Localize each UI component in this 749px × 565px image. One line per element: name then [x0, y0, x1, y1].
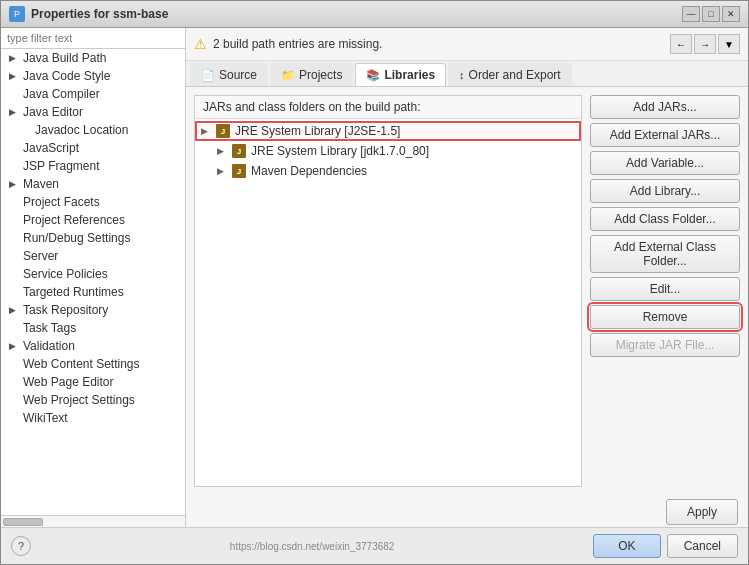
left-tree-item-0[interactable]: ▶Java Build Path	[1, 49, 185, 67]
apply-row: Apply	[186, 495, 748, 527]
jar-expand-arrow: ▶	[217, 166, 227, 176]
tab-label: Libraries	[384, 68, 435, 82]
tab-icon: 📄	[201, 69, 215, 82]
edit-button[interactable]: Edit...	[590, 277, 740, 301]
left-tree-item-14[interactable]: ▶Task Repository	[1, 301, 185, 319]
left-tree-item-17[interactable]: Web Content Settings	[1, 355, 185, 373]
tree-arrow: ▶	[9, 305, 19, 315]
left-tree-item-5[interactable]: JavaScript	[1, 139, 185, 157]
left-tree-item-7[interactable]: ▶Maven	[1, 175, 185, 193]
tree-item-label: Run/Debug Settings	[23, 231, 130, 245]
tree-item-label: Web Page Editor	[23, 375, 114, 389]
add-variable-button[interactable]: Add Variable...	[590, 151, 740, 175]
filter-input[interactable]	[1, 28, 185, 49]
lib-icon: J	[232, 164, 246, 178]
tree-item-label: Project Facets	[23, 195, 100, 209]
close-button[interactable]: ✕	[722, 6, 740, 22]
right-panel: ⚠ 2 build path entries are missing. ← → …	[186, 28, 748, 527]
tab-icon: 📁	[281, 69, 295, 82]
tab-order-and-export[interactable]: ↕Order and Export	[448, 63, 572, 86]
cancel-button[interactable]: Cancel	[667, 534, 738, 558]
left-tree-item-16[interactable]: ▶Validation	[1, 337, 185, 355]
tab-label: Source	[219, 68, 257, 82]
jars-header: JARs and class folders on the build path…	[195, 96, 581, 119]
left-tree-item-4[interactable]: Javadoc Location	[1, 121, 185, 139]
horizontal-scrollbar[interactable]	[1, 515, 185, 527]
left-tree-item-2[interactable]: Java Compiler	[1, 85, 185, 103]
nav-forward-button[interactable]: →	[694, 34, 716, 54]
left-tree-item-18[interactable]: Web Page Editor	[1, 373, 185, 391]
content-area: JARs and class folders on the build path…	[186, 87, 748, 495]
dialog-title: Properties for ssm-base	[31, 7, 168, 21]
tree-item-label: Task Tags	[23, 321, 76, 335]
tree-arrow: ▶	[9, 107, 19, 117]
left-panel: ▶Java Build Path▶Java Code StyleJava Com…	[1, 28, 186, 527]
jar-tree: ▶ J JRE System Library [J2SE-1.5] ▶ J JR…	[195, 119, 581, 486]
left-tree-item-3[interactable]: ▶Java Editor	[1, 103, 185, 121]
tree-item-label: Java Editor	[23, 105, 83, 119]
action-buttons: Add JARs...Add External JARs...Add Varia…	[590, 95, 740, 487]
tab-projects[interactable]: 📁Projects	[270, 63, 353, 86]
lib-icon: J	[216, 124, 230, 138]
apply-button[interactable]: Apply	[666, 499, 738, 525]
left-tree-item-10[interactable]: Run/Debug Settings	[1, 229, 185, 247]
jar-expand-arrow: ▶	[201, 126, 211, 136]
nav-buttons: ← → ▼	[670, 34, 740, 54]
add-external-jars-button[interactable]: Add External JARs...	[590, 123, 740, 147]
left-tree-item-13[interactable]: Targeted Runtimes	[1, 283, 185, 301]
tree-item-label: Task Repository	[23, 303, 108, 317]
left-tree-item-11[interactable]: Server	[1, 247, 185, 265]
minimize-button[interactable]: —	[682, 6, 700, 22]
jar-icon: J	[231, 163, 247, 179]
tree-arrow: ▶	[9, 179, 19, 189]
add-jars-button[interactable]: Add JARs...	[590, 95, 740, 119]
jar-expand-arrow: ▶	[217, 146, 227, 156]
tree-item-label: JSP Fragment	[23, 159, 99, 173]
add-external-class-folder-button[interactable]: Add External Class Folder...	[590, 235, 740, 273]
tree-arrow: ▶	[9, 71, 19, 81]
left-tree-item-19[interactable]: Web Project Settings	[1, 391, 185, 409]
nav-back-button[interactable]: ←	[670, 34, 692, 54]
warning-text: 2 build path entries are missing.	[213, 37, 382, 51]
jar-icon: J	[231, 143, 247, 159]
jar-item-0[interactable]: ▶ J JRE System Library [J2SE-1.5]	[195, 121, 581, 141]
ok-button[interactable]: OK	[593, 534, 660, 558]
title-bar: P Properties for ssm-base — □ ✕	[1, 1, 748, 28]
tab-icon: 📚	[366, 69, 380, 82]
migrate-jar-button: Migrate JAR File...	[590, 333, 740, 357]
left-tree-item-20[interactable]: WikiText	[1, 409, 185, 427]
tree-arrow: ▶	[9, 53, 19, 63]
h-scroll-thumb[interactable]	[3, 518, 43, 526]
jar-icon: J	[215, 123, 231, 139]
dialog-body: ▶Java Build Path▶Java Code StyleJava Com…	[1, 28, 748, 527]
tab-label: Projects	[299, 68, 342, 82]
tree-item-label: WikiText	[23, 411, 68, 425]
help-button[interactable]: ?	[11, 536, 31, 556]
left-tree-item-1[interactable]: ▶Java Code Style	[1, 67, 185, 85]
tree-item-label: Java Compiler	[23, 87, 100, 101]
add-library-button[interactable]: Add Library...	[590, 179, 740, 203]
tree-item-label: Web Project Settings	[23, 393, 135, 407]
left-tree-item-12[interactable]: Service Policies	[1, 265, 185, 283]
dialog-icon: P	[9, 6, 25, 22]
jar-item-2[interactable]: ▶ J Maven Dependencies	[195, 161, 581, 181]
tree-item-label: Targeted Runtimes	[23, 285, 124, 299]
tab-source[interactable]: 📄Source	[190, 63, 268, 86]
warning-icon: ⚠	[194, 36, 207, 52]
tab-libraries[interactable]: 📚Libraries	[355, 63, 446, 86]
left-tree-item-6[interactable]: JSP Fragment	[1, 157, 185, 175]
left-tree-item-9[interactable]: Project References	[1, 211, 185, 229]
remove-button[interactable]: Remove	[590, 305, 740, 329]
maximize-button[interactable]: □	[702, 6, 720, 22]
nav-dropdown-button[interactable]: ▼	[718, 34, 740, 54]
jar-label: JRE System Library [jdk1.7.0_80]	[251, 144, 429, 158]
tree-item-label: Javadoc Location	[35, 123, 128, 137]
tree-item-label: Java Build Path	[23, 51, 106, 65]
left-tree-item-8[interactable]: Project Facets	[1, 193, 185, 211]
tab-icon: ↕	[459, 69, 465, 81]
left-tree: ▶Java Build Path▶Java Code StyleJava Com…	[1, 49, 185, 515]
tabs-bar: 📄Source📁Projects📚Libraries↕Order and Exp…	[186, 61, 748, 87]
left-tree-item-15[interactable]: Task Tags	[1, 319, 185, 337]
add-class-folder-button[interactable]: Add Class Folder...	[590, 207, 740, 231]
jar-item-1[interactable]: ▶ J JRE System Library [jdk1.7.0_80]	[195, 141, 581, 161]
